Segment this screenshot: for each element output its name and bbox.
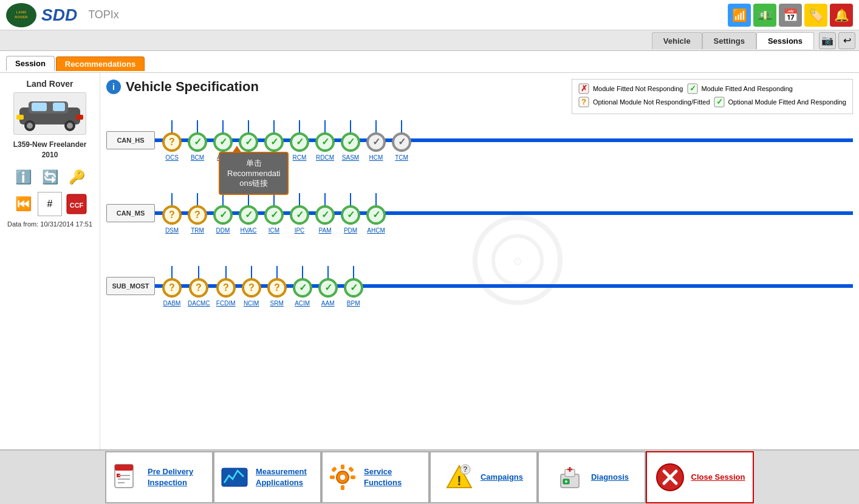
btn-pre-delivery-label: Pre Delivery Inspection: [148, 466, 207, 488]
module-ahcm-label[interactable]: AHCM: [367, 227, 385, 234]
module-bcm[interactable]: ✓ BCM: [188, 120, 207, 161]
sidebar-icons: ℹ️ 🔄 🔑 ⏮️ # CCF: [5, 165, 95, 216]
svg-text:✓: ✓: [716, 97, 722, 106]
nav-icon-back[interactable]: ↩: [838, 32, 855, 49]
btn-close-session[interactable]: Close Session: [646, 451, 754, 503]
refresh-icon[interactable]: 🔄: [38, 165, 62, 189]
can-ms-label: CAN_MS: [106, 204, 155, 222]
ccf-icon[interactable]: CCF: [64, 192, 89, 216]
module-rdcm[interactable]: ✓ RDCM: [315, 120, 335, 161]
module-trm[interactable]: ? TRM: [188, 193, 207, 234]
svg-text:✗: ✗: [580, 84, 587, 93]
nav-tabs: Vehicle Settings Sessions 📷 ↩: [0, 30, 859, 51]
svg-text:?: ?: [581, 97, 586, 106]
btn-service-label: Service Functions: [364, 466, 423, 488]
module-fcdim-label[interactable]: FCDIM: [216, 300, 236, 307]
module-aam[interactable]: ✓ AAM: [318, 266, 338, 307]
module-trm-label[interactable]: TRM: [191, 227, 204, 234]
header-icon-tag[interactable]: 🏷️: [804, 4, 827, 27]
header-icon-signal[interactable]: 📶: [728, 4, 751, 27]
svg-text:✓: ✓: [245, 137, 253, 147]
svg-text:✓: ✓: [349, 282, 357, 293]
module-srm[interactable]: ? SRM: [267, 266, 287, 307]
module-trm-icon: ?: [188, 205, 207, 225]
module-acim[interactable]: ✓ ACIM: [293, 266, 312, 307]
module-acim-label[interactable]: ACIM: [295, 300, 310, 307]
module-pam-label[interactable]: PAM: [319, 227, 332, 234]
module-dacmc-label[interactable]: DACMC: [188, 300, 210, 307]
module-pdm-icon: ✓: [341, 205, 360, 225]
svg-rect-8: [16, 115, 24, 120]
tab-settings[interactable]: Settings: [702, 32, 756, 49]
module-dsm-label[interactable]: DSM: [165, 227, 179, 234]
module-fcdim[interactable]: ? FCDIM: [216, 266, 236, 307]
module-rcm-label[interactable]: RCM: [293, 154, 307, 161]
svg-rect-90: [351, 475, 355, 479]
module-ncim[interactable]: ? NCIM: [242, 266, 261, 307]
module-ahcm[interactable]: ✓ AHCM: [366, 193, 386, 234]
btn-service[interactable]: Service Functions: [321, 451, 430, 503]
module-rdcm-icon: ✓: [315, 132, 335, 152]
module-pdm-label[interactable]: PDM: [344, 227, 357, 234]
svg-text:✓: ✓: [270, 137, 278, 147]
tab-sessions[interactable]: Sessions: [756, 32, 814, 49]
tab-recommendations[interactable]: Recommendations: [56, 56, 145, 71]
logo-area: LANDROVER SDD TOPIx: [6, 3, 119, 27]
module-rcm[interactable]: ✓ RCM: [290, 120, 309, 161]
can-hs-label: CAN_HS: [106, 131, 155, 149]
module-sasm[interactable]: ✓ SASM: [341, 120, 360, 161]
module-hvac[interactable]: ✓ HVAC: [239, 193, 258, 234]
header-icon-calendar[interactable]: 📅: [779, 4, 802, 27]
tab-session[interactable]: Session: [6, 56, 55, 71]
module-bcm-label[interactable]: BCM: [191, 154, 204, 161]
hash-icon[interactable]: #: [38, 192, 62, 216]
module-ddm[interactable]: ✓ DDM: [213, 193, 233, 234]
svg-text:✓: ✓: [347, 137, 355, 147]
module-dabm-label[interactable]: DABM: [163, 300, 181, 307]
module-rdcm-label[interactable]: RDCM: [316, 154, 334, 161]
rewind-icon[interactable]: ⏮️: [11, 192, 35, 216]
module-sasm-label[interactable]: SASM: [342, 154, 359, 161]
module-hcm[interactable]: ✓ HCM: [366, 120, 386, 161]
header-icon-alert[interactable]: 🔔: [830, 4, 853, 27]
module-ocs[interactable]: ? OCS: [162, 120, 182, 161]
header-icon-money[interactable]: 💵: [753, 4, 776, 27]
module-ncim-label[interactable]: NCIM: [244, 300, 259, 307]
header-right: 📶 💵 📅 🏷️ 🔔: [728, 4, 853, 27]
key-icon[interactable]: 🔑: [64, 165, 89, 189]
legend-check1-icon: ✓: [687, 83, 698, 94]
svg-rect-89: [330, 475, 335, 479]
module-hcm-label[interactable]: HCM: [369, 154, 383, 161]
module-ocs-label[interactable]: OCS: [165, 154, 179, 161]
module-bpm-label[interactable]: BPM: [347, 300, 360, 307]
module-dacmc[interactable]: ? DACMC: [188, 266, 210, 307]
module-pam[interactable]: ✓ PAM: [315, 193, 335, 234]
module-hvac-label[interactable]: HVAC: [240, 227, 256, 234]
btn-measurement[interactable]: Measurement Applications: [213, 451, 321, 503]
module-ddm-label[interactable]: DDM: [216, 227, 230, 234]
module-aam-label[interactable]: AAM: [321, 300, 335, 307]
info-icon[interactable]: ℹ️: [11, 165, 35, 189]
pre-delivery-icon: ✓: [111, 462, 142, 492]
module-srm-label[interactable]: SRM: [270, 300, 284, 307]
svg-rect-2: [32, 103, 47, 111]
module-ipc-label[interactable]: IPC: [295, 227, 305, 234]
btn-campaigns[interactable]: ! ? Campaigns: [430, 451, 538, 503]
svg-rect-87: [341, 465, 344, 469]
btn-diagnosis[interactable]: Diagnosis: [538, 451, 646, 503]
module-icm-label[interactable]: ICM: [269, 227, 279, 234]
module-ipc[interactable]: ✓ IPC: [290, 193, 309, 234]
module-tcm[interactable]: ✓ TCM: [392, 120, 411, 161]
btn-pre-delivery[interactable]: ✓ Pre Delivery Inspection: [105, 451, 213, 503]
nav-icon-camera[interactable]: 📷: [819, 32, 836, 49]
module-bpm[interactable]: ✓ BPM: [344, 266, 363, 307]
module-icm[interactable]: ✓ ICM: [264, 193, 284, 234]
module-tcm-label[interactable]: TCM: [395, 154, 408, 161]
module-dabm[interactable]: ? DABM: [162, 266, 182, 307]
module-pdm[interactable]: ✓ PDM: [341, 193, 360, 234]
svg-text:?: ?: [194, 209, 200, 220]
module-dsm[interactable]: ? DSM: [162, 193, 182, 234]
tab-vehicle[interactable]: Vehicle: [652, 32, 702, 49]
svg-text:✓: ✓: [324, 282, 332, 293]
module-dsm-icon: ?: [162, 205, 182, 225]
